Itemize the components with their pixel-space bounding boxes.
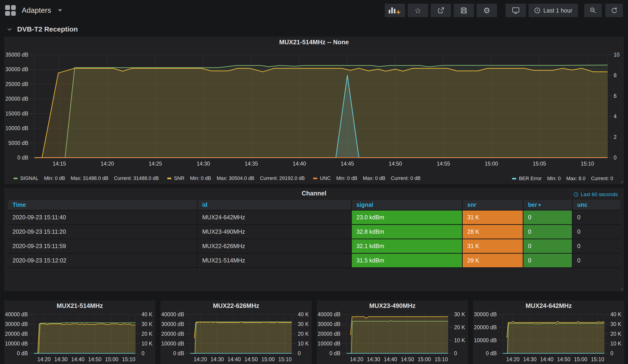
svg-text:15:10: 15:10 <box>278 356 292 362</box>
time-range-picker[interactable]: Last 1 hour <box>529 4 578 17</box>
table-row: 2020-09-23 15:11:40MUX24-642MHz23.0 kdBm… <box>8 211 620 225</box>
svg-text:15000 dB: 15000 dB <box>5 111 28 117</box>
svg-text:40000 dB: 40000 dB <box>161 311 184 317</box>
panel-mux22: MUX22-626MHz 14:2014:3014:4014:5015:0015… <box>160 300 312 364</box>
panel-title[interactable]: MUX23-490MHz <box>317 300 468 311</box>
mux21-chart[interactable]: 14:2014:3014:4014:5015:0015:100 dB10000 … <box>4 311 155 364</box>
svg-text:14:30: 14:30 <box>54 356 68 362</box>
star-icon: ☆ <box>414 6 421 14</box>
column-header-Time[interactable]: Time <box>8 200 197 210</box>
dashboard-picker[interactable]: Adapters <box>5 5 62 16</box>
svg-text:14:20: 14:20 <box>350 356 363 362</box>
legend-item: UNCMin: 0 dBMax: 0 dBCurrent: 0 dB <box>313 175 420 181</box>
svg-text:14:15: 14:15 <box>53 161 66 167</box>
cycle-view-button[interactable] <box>506 4 526 17</box>
resize-handle[interactable] <box>620 287 623 291</box>
svg-text:14:50: 14:50 <box>557 356 570 362</box>
svg-text:14:40: 14:40 <box>228 356 241 362</box>
panel-time-range-label: Last 60 seconds <box>581 192 618 198</box>
share-button[interactable] <box>431 4 451 17</box>
cell-ber: 0 <box>523 239 572 253</box>
cell-ber: 0 <box>523 211 572 224</box>
svg-text:40 K: 40 K <box>298 311 309 317</box>
star-button[interactable]: ☆ <box>408 4 428 17</box>
svg-text:20000 dB: 20000 dB <box>5 331 28 337</box>
svg-text:14:40: 14:40 <box>384 356 397 362</box>
svg-text:10000 dB: 10000 dB <box>474 337 497 343</box>
legend-series-name[interactable]: UNC <box>320 175 331 181</box>
column-header-snr[interactable]: snr <box>462 200 523 210</box>
legend-series-name[interactable]: BER Error <box>519 176 542 182</box>
cell-id: MUX23-490MHz <box>197 225 351 239</box>
cell-snr: 28 K <box>462 225 523 239</box>
legend-stat: Current: 0 <box>591 176 613 182</box>
svg-text:2: 2 <box>614 134 617 140</box>
svg-text:0: 0 <box>298 350 301 356</box>
svg-text:14:40: 14:40 <box>293 161 306 167</box>
svg-text:14:20: 14:20 <box>101 161 114 167</box>
cell-ber: 0 <box>523 254 572 267</box>
time-range-label: Last 1 hour <box>543 7 572 14</box>
save-button[interactable] <box>454 4 474 17</box>
dashboards-grid-icon <box>5 5 16 16</box>
legend-stat: Min: 0 dB <box>44 175 65 181</box>
legend-stat: Max: 30504.0 dB <box>217 175 254 181</box>
panel-title[interactable]: Channel <box>4 188 624 199</box>
svg-text:15:05: 15:05 <box>533 161 546 167</box>
svg-text:20000 dB: 20000 dB <box>474 324 497 330</box>
svg-text:20 K: 20 K <box>454 324 465 330</box>
legend-item: SNRMin: 0 dBMax: 30504.0 dBCurrent: 2919… <box>167 175 305 181</box>
main-chart[interactable]: 14:1514:2014:2514:3014:3514:4014:4514:50… <box>4 48 624 173</box>
settings-button[interactable]: ⚙ <box>476 4 497 17</box>
svg-text:30 K: 30 K <box>610 321 622 327</box>
cell-snr: 31 K <box>462 239 523 253</box>
clock-icon <box>534 7 541 14</box>
legend-series-name[interactable]: SNR <box>174 175 184 181</box>
svg-text:20000 dB: 20000 dB <box>318 331 340 337</box>
legend-series-name[interactable]: SIGNAL <box>20 175 38 181</box>
refresh-button[interactable] <box>605 4 623 17</box>
mux22-chart[interactable]: 14:2014:3014:4014:5015:0015:100 dB10000 … <box>160 311 312 364</box>
mux23-chart[interactable]: 14:2014:3014:4014:5015:0015:100 dB10000 … <box>317 311 468 364</box>
svg-text:6: 6 <box>614 93 617 99</box>
add-panel-button[interactable]: + <box>385 4 405 17</box>
share-icon <box>437 6 445 14</box>
svg-text:35000 dB: 35000 dB <box>5 52 28 58</box>
svg-text:20000 dB: 20000 dB <box>5 96 28 102</box>
cell-signal: 31.5 kdBm <box>351 254 462 267</box>
svg-text:0: 0 <box>142 350 145 356</box>
zoom-out-button[interactable] <box>584 4 602 17</box>
mux24-chart[interactable]: 14:2014:3014:4014:5015:0015:100 dB10000 … <box>473 311 624 364</box>
svg-text:40 K: 40 K <box>142 311 153 317</box>
cell-id: MUX24-642MHz <box>197 211 351 224</box>
cell-time: 2020-09-23 15:11:40 <box>8 211 197 224</box>
svg-text:30000 dB: 30000 dB <box>318 321 340 327</box>
svg-text:14:40: 14:40 <box>540 356 553 362</box>
svg-text:15:10: 15:10 <box>122 356 135 362</box>
svg-text:14:30: 14:30 <box>523 356 537 362</box>
svg-text:14:25: 14:25 <box>149 161 162 167</box>
panel-title[interactable]: MUX21-514MHz -- None <box>4 37 624 48</box>
clock-icon <box>573 192 579 197</box>
column-header-unc[interactable]: unc <box>572 200 620 210</box>
svg-text:25000 dB: 25000 dB <box>5 81 28 87</box>
svg-text:14:50: 14:50 <box>88 356 102 362</box>
column-header-signal[interactable]: signal <box>351 200 462 210</box>
legend-stat: Min: 0 dB <box>336 175 357 181</box>
dashboard-title[interactable]: Adapters <box>22 6 51 15</box>
save-icon <box>460 7 468 14</box>
svg-text:15:00: 15:00 <box>485 161 498 167</box>
svg-text:14:20: 14:20 <box>37 356 51 362</box>
svg-text:40000 dB: 40000 dB <box>318 311 340 317</box>
chevron-down-icon <box>58 9 62 12</box>
panel-title[interactable]: MUX22-626MHz <box>160 300 312 311</box>
cell-ber: 0 <box>523 225 572 239</box>
column-header-id[interactable]: id <box>197 200 351 210</box>
legend-stat: Min: 0 <box>547 176 561 182</box>
panel-title[interactable]: MUX21-514MHz <box>4 300 155 311</box>
cell-signal: 23.0 kdBm <box>351 211 462 224</box>
column-header-ber[interactable]: ber▾ <box>523 200 572 210</box>
dashboard-row-toggle[interactable]: DVB-T2 Reception <box>6 23 78 36</box>
panel-time-range[interactable]: Last 60 seconds <box>573 192 618 198</box>
panel-title[interactable]: MUX24-642MHz <box>473 300 624 311</box>
